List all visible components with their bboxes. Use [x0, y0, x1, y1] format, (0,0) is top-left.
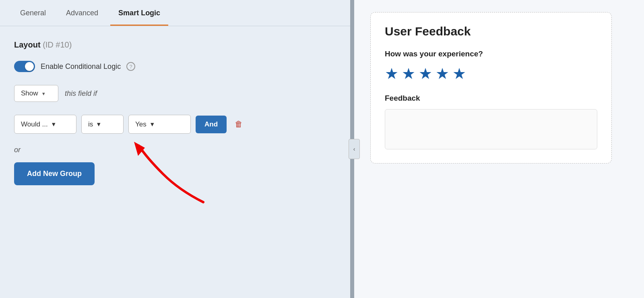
toggle-label: Enable Conditional Logic [41, 62, 121, 71]
toggle-knob [25, 62, 34, 71]
panel-divider: ‹ [350, 0, 354, 298]
field-dropdown[interactable]: Would ... ▾ [14, 115, 76, 134]
condition-row: Would ... ▾ is ▾ Yes ▾ And 🗑 [14, 115, 336, 134]
value-chevron-icon: ▾ [151, 120, 154, 128]
collapse-panel-button[interactable]: ‹ [349, 139, 360, 159]
left-content: Layout (ID #10) Enable Conditional Logic… [0, 26, 350, 298]
feedback-textarea[interactable] [385, 109, 597, 149]
stars-row: ★ ★ ★ ★ ★ [385, 65, 597, 83]
help-icon[interactable]: ? [126, 62, 135, 71]
show-suffix: this field if [65, 89, 97, 98]
or-section: or Add New Group [14, 146, 336, 185]
tabs-bar: General Advanced Smart Logic [0, 0, 350, 26]
show-dropdown[interactable]: Show ▾ [14, 85, 58, 102]
right-panel: User Feedback How was your experience? ★… [354, 0, 644, 298]
trash-icon: 🗑 [235, 120, 243, 128]
or-text: or [14, 146, 336, 154]
toggle-row: Enable Conditional Logic ? [14, 61, 336, 72]
operator-dropdown[interactable]: is ▾ [81, 115, 124, 134]
feedback-card-title: User Feedback [385, 25, 597, 38]
add-new-group-button[interactable]: Add New Group [14, 162, 95, 185]
show-chevron-icon: ▾ [42, 91, 45, 97]
value-dropdown[interactable]: Yes ▾ [128, 115, 191, 134]
star-2[interactable]: ★ [402, 65, 415, 83]
field-chevron-icon: ▾ [52, 120, 56, 128]
show-row: Show ▾ this field if [14, 85, 336, 102]
layout-title: Layout (ID #10) [14, 40, 336, 50]
chevron-left-icon: ‹ [353, 146, 355, 152]
star-4[interactable]: ★ [436, 65, 449, 83]
layout-id: (ID #10) [43, 40, 72, 49]
star-3[interactable]: ★ [419, 65, 432, 83]
tab-advanced[interactable]: Advanced [58, 0, 106, 26]
left-panel: General Advanced Smart Logic Layout (ID … [0, 0, 350, 298]
tab-general[interactable]: General [12, 0, 54, 26]
feedback-question: How was your experience? [385, 50, 597, 58]
tab-smart-logic[interactable]: Smart Logic [110, 0, 168, 26]
star-5[interactable]: ★ [452, 65, 466, 83]
operator-chevron-icon: ▾ [97, 120, 101, 128]
feedback-card: User Feedback How was your experience? ★… [370, 12, 612, 163]
enable-conditional-logic-toggle[interactable] [14, 61, 35, 72]
star-1[interactable]: ★ [385, 65, 398, 83]
delete-condition-button[interactable]: 🗑 [231, 118, 246, 130]
feedback-field-label: Feedback [385, 94, 597, 103]
and-button[interactable]: And [196, 116, 227, 133]
